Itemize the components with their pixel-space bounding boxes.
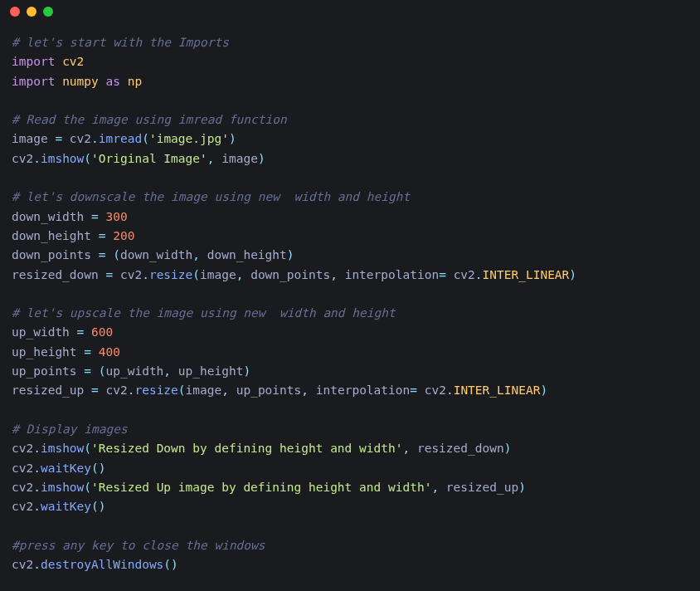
code-line: cv2.waitKey(): [12, 500, 106, 513]
close-icon[interactable]: [10, 7, 20, 17]
code-line: down_points = (down_width, down_height): [12, 248, 294, 261]
code-comment: # Display images: [12, 422, 128, 436]
code-line: cv2.imshow('Original Image', image): [12, 152, 265, 165]
code-line: down_width = 300: [12, 210, 128, 223]
code-comment: #press any key to close the windows: [12, 539, 265, 552]
code-line: down_height = 200: [12, 229, 134, 242]
code-line: image = cv2.imread('image.jpg'): [12, 132, 236, 145]
code-editor[interactable]: # let's start with the Imports import cv…: [0, 23, 700, 586]
minimize-icon[interactable]: [27, 7, 36, 17]
code-line: cv2.imshow('Resized Up image by defining…: [12, 481, 526, 494]
zoom-icon[interactable]: [43, 7, 53, 17]
code-comment: # let's downscale the image using new wi…: [12, 190, 410, 203]
code-line: up_width = 600: [12, 325, 113, 339]
code-comment: # Read the image using imread function: [12, 113, 287, 126]
code-line: import cv2: [12, 55, 84, 68]
code-line: cv2.waitKey(): [12, 462, 106, 475]
code-line: up_height = 400: [12, 345, 120, 359]
code-line: up_points = (up_width, up_height): [12, 364, 250, 378]
code-line: cv2.destroyAllWindows(): [12, 558, 178, 571]
code-comment: # let's upscale the image using new widt…: [12, 306, 396, 320]
code-comment: # let's start with the Imports: [12, 36, 229, 49]
code-line: resized_down = cv2.resize(image, down_po…: [12, 268, 576, 281]
code-line: resized_up = cv2.resize(image, up_points…: [12, 383, 547, 397]
code-line: import numpy as np: [12, 75, 142, 88]
code-line: cv2.imshow('Resized Down by defining hei…: [12, 442, 511, 455]
window-titlebar: [0, 0, 700, 23]
